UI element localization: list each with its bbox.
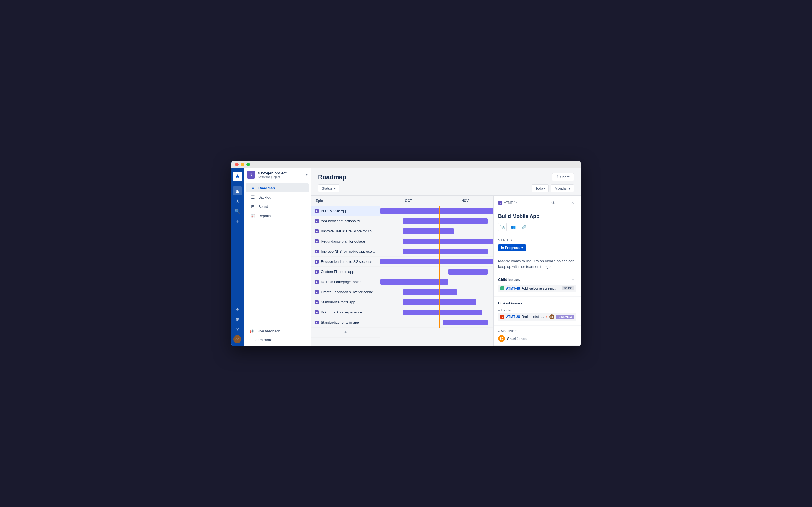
linked-issues-section: Linked issues + relates to ■ ATMT-26 Bro… <box>494 296 581 325</box>
gantt-table-row[interactable]: ◆Standardize fonts app <box>311 297 380 307</box>
epic-icon: ◆ <box>315 219 319 223</box>
add-linked-issue-button[interactable]: + <box>570 300 576 306</box>
issue-type-icon: ◆ <box>498 201 502 205</box>
gantt-bar[interactable] <box>403 249 488 255</box>
user-avatar[interactable]: SJ <box>234 335 241 343</box>
gantt-bar[interactable] <box>403 228 454 234</box>
nav-help-icon[interactable]: ? <box>233 325 242 334</box>
detail-panel: ◆ ATMT-14 👁 ··· ✕ Build Mobile App 📎 👥 🔗 <box>493 196 581 346</box>
today-button[interactable]: Today <box>532 184 549 192</box>
gantt-table-row[interactable]: ◆Improve NPS for mobile app users by ... <box>311 246 380 257</box>
app-logo[interactable] <box>233 172 242 181</box>
linked-issue-item[interactable]: ■ ATMT-26 Broken status ind... ↑ SJ IN R… <box>498 313 576 321</box>
child-create-button[interactable]: 👥 <box>509 223 517 231</box>
project-header[interactable]: N Next-gen project Software project ▾ <box>244 168 311 181</box>
gantt-table-row[interactable]: ◆Create Facebook & Twitter connector <box>311 287 380 297</box>
backlog-icon: ☰ <box>250 195 255 200</box>
minimize-button[interactable] <box>241 163 244 166</box>
sidebar-item-roadmap[interactable]: ≡ Roadmap <box>246 183 309 192</box>
epic-icon: ◆ <box>315 290 319 294</box>
global-nav-bottom: ✈ ⊞ ? SJ <box>233 305 242 346</box>
sidebar-item-feedback[interactable]: 📢 Give feedback <box>246 327 309 335</box>
nav-notifications-icon[interactable]: ✈ <box>233 305 242 314</box>
gantt-chart-rows: 2018/10/15 ~ 2019/01/14 <box>380 206 493 328</box>
maximize-button[interactable] <box>246 163 250 166</box>
attach-button[interactable]: 📎 <box>498 223 507 231</box>
issue-id: ATMT-14 <box>504 201 517 205</box>
titlebar <box>231 161 581 168</box>
epic-icon: ◆ <box>315 300 319 304</box>
gantt-chart-row <box>380 236 493 246</box>
gantt-table-row[interactable]: ◆Improve UMUX Lite Score for checko... <box>311 226 380 236</box>
project-name: Next-gen project <box>258 171 303 175</box>
detail-actions: 👁 ··· ✕ <box>550 199 576 207</box>
assignee-name: Shuri Jones <box>507 337 527 341</box>
gantt-bar[interactable] <box>448 269 488 275</box>
gantt-table-row[interactable]: ◆Custom Filters in app <box>311 267 380 277</box>
nav-star-icon[interactable]: ★ <box>233 196 242 206</box>
epic-label: Custom Filters in app <box>321 270 354 274</box>
gantt-table-row[interactable]: ◆Build Mobile App <box>311 206 380 216</box>
epic-icon: ◆ <box>315 239 319 243</box>
main-content: Roadmap ⤴ Share Status ▾ Today Months ▾ <box>311 161 581 346</box>
project-icon: N <box>247 171 255 179</box>
gantt-table-row[interactable]: ◆Reduce load time to 2.2 seconds <box>311 257 380 267</box>
epic-label: Add booking functionality <box>321 219 360 223</box>
epic-label: Improve UMUX Lite Score for checko... <box>321 229 377 233</box>
epic-icon: ◆ <box>315 270 319 274</box>
sidebar-label-roadmap: Roadmap <box>258 186 275 190</box>
gantt-chart-row <box>380 257 493 267</box>
gantt-table-header: Epic <box>311 196 380 206</box>
gantt-bar[interactable] <box>403 238 493 244</box>
close-detail-button[interactable]: ✕ <box>569 199 576 207</box>
nav-home-icon[interactable]: ⊞ <box>233 186 242 195</box>
gantt-table-row[interactable]: ◆Refresh homepage footer <box>311 277 380 287</box>
gantt-table-row[interactable]: ◆Standardize fonts in app <box>311 318 380 328</box>
gantt-table-row[interactable]: ◆Add booking functionality <box>311 216 380 226</box>
sidebar-item-backlog[interactable]: ☰ Backlog <box>246 193 309 202</box>
detail-header: ◆ ATMT-14 👁 ··· ✕ <box>494 196 581 210</box>
epic-icon: ◆ <box>315 321 319 325</box>
link-button[interactable]: 🔗 <box>520 223 528 231</box>
gantt-chart-row: 2018/10/15 ~ 2019/01/14 <box>380 206 493 216</box>
child-issue-item[interactable]: ✓ ATMT-48 Add welcome screen for m... ↑ … <box>498 285 576 292</box>
epic-icon: ◆ <box>315 260 319 264</box>
status-filter-button[interactable]: Status ▾ <box>318 184 340 192</box>
add-child-issue-button[interactable]: + <box>570 276 576 283</box>
roadmap-icon: ≡ <box>250 186 255 190</box>
nav-create-icon[interactable]: + <box>233 217 242 226</box>
gantt-bar[interactable] <box>403 289 457 295</box>
gantt-bar[interactable] <box>443 320 488 325</box>
gantt-container: Epic ◆Build Mobile App◆Add booking funct… <box>311 195 581 346</box>
sidebar-item-reports[interactable]: 📈 Reports <box>246 211 309 220</box>
epic-icon: ◆ <box>315 249 319 253</box>
gantt-month-oct: OCT <box>380 196 437 206</box>
gantt-table-row[interactable]: ◆Redundancy plan for outage <box>311 236 380 246</box>
watch-button[interactable]: 👁 <box>550 199 557 207</box>
gantt-table-row[interactable]: ◆Build checkout experience <box>311 307 380 318</box>
gantt-bar[interactable] <box>380 208 493 214</box>
share-button[interactable]: ⤴ Share <box>552 173 574 181</box>
status-badge[interactable]: In Progress ▾ <box>498 244 526 251</box>
more-options-button[interactable]: ··· <box>559 199 567 207</box>
epic-label: Refresh homepage footer <box>321 280 361 284</box>
gantt-bar[interactable] <box>403 309 482 315</box>
gantt-bar[interactable] <box>380 279 448 285</box>
project-chevron-icon[interactable]: ▾ <box>306 173 308 177</box>
assignee-item[interactable]: SJ Shuri Jones <box>498 335 576 342</box>
months-button[interactable]: Months ▾ <box>551 184 574 192</box>
nav-search-icon[interactable]: 🔍 <box>233 207 242 216</box>
linked-status-badge: IN REVIEW <box>556 315 574 319</box>
status-label: Status <box>498 238 576 242</box>
linked-issue-type-icon: ■ <box>500 315 504 319</box>
gantt-bar[interactable] <box>380 259 493 265</box>
sidebar-item-board[interactable]: ⊞ Board <box>246 202 309 211</box>
gantt-chart-row <box>380 307 493 318</box>
close-button[interactable] <box>235 163 239 166</box>
gantt-bar[interactable] <box>403 218 488 224</box>
sidebar-item-learn[interactable]: ℹ Learn more <box>246 335 309 344</box>
gantt-add-row[interactable]: + <box>311 328 380 338</box>
assignee-section: Assignee SJ Shuri Jones <box>494 325 581 345</box>
nav-apps-icon[interactable]: ⊞ <box>233 315 242 324</box>
detail-title: Build Mobile App <box>494 210 581 223</box>
